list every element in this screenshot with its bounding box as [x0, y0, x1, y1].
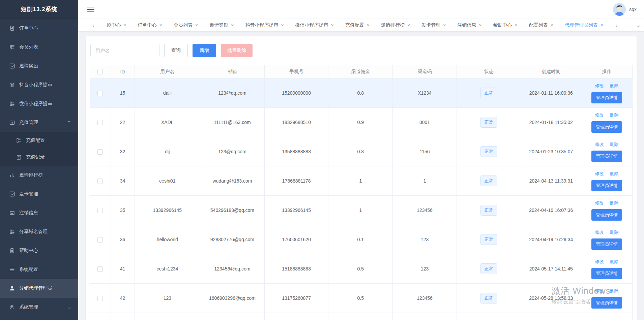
- delete-link[interactable]: 删除: [610, 200, 618, 205]
- sidebar-item[interactable]: 充值管理⌃: [0, 113, 78, 132]
- sidebar-item[interactable]: 微信小程序提审: [0, 94, 78, 113]
- channel-code-cell: 1: [393, 166, 457, 196]
- sidebar-item[interactable]: 订单中心: [0, 19, 78, 38]
- edit-link[interactable]: 修改: [595, 288, 604, 293]
- delete-link[interactable]: 删除: [610, 142, 618, 147]
- tab[interactable]: 代理管理员列表×: [565, 22, 603, 28]
- tab[interactable]: 会员列表×: [174, 22, 198, 28]
- edit-link[interactable]: 修改: [595, 171, 604, 176]
- tab-close-icon[interactable]: ×: [601, 23, 603, 28]
- hamburger-menu-icon[interactable]: [87, 7, 94, 12]
- id-cell: 32: [111, 137, 135, 166]
- tabs-scroll-right-icon[interactable]: ›: [615, 23, 619, 28]
- admin-detail-button[interactable]: 管理员详情: [591, 121, 622, 133]
- tab[interactable]: 剧中心×: [107, 22, 126, 28]
- edit-link[interactable]: 修改: [595, 230, 604, 235]
- delete-link[interactable]: 删除: [610, 171, 618, 176]
- admin-detail-button[interactable]: 管理员详情: [591, 268, 622, 279]
- avatar-person-icon: [613, 3, 626, 16]
- tab-close-icon[interactable]: ×: [515, 23, 518, 28]
- tabs-scroll-left-icon[interactable]: ‹: [91, 23, 95, 28]
- tab-close-icon[interactable]: ×: [159, 23, 162, 28]
- commission-cell: 0.5: [328, 284, 393, 313]
- tab[interactable]: 抖音小程序提审×: [245, 22, 284, 28]
- sidebar-item[interactable]: 充值记录: [0, 149, 78, 166]
- row-checkbox[interactable]: [97, 266, 103, 272]
- edit-link[interactable]: 修改: [595, 83, 604, 88]
- row-checkbox[interactable]: [97, 91, 103, 96]
- sidebar-item[interactable]: 系统配置: [0, 260, 78, 279]
- admin-detail-button[interactable]: 管理员详情: [591, 297, 622, 309]
- tab-close-icon[interactable]: ×: [407, 23, 410, 28]
- channel-code-cell: 123456: [393, 196, 457, 225]
- table-cell: [90, 313, 111, 320]
- row-checkbox[interactable]: [97, 296, 103, 301]
- sidebar-item[interactable]: 邀请排行榜: [0, 166, 78, 185]
- tab[interactable]: 配置列表×: [529, 22, 553, 28]
- tab[interactable]: 订单中心×: [138, 22, 162, 28]
- delete-link[interactable]: 删除: [610, 230, 618, 235]
- row-checkbox[interactable]: [97, 120, 103, 125]
- admin-detail-button[interactable]: 管理员详情: [591, 92, 622, 103]
- tab-list-dropdown-button[interactable]: ⌄: [632, 19, 644, 31]
- username-search-input[interactable]: [90, 44, 159, 57]
- admin-detail-button[interactable]: 管理员详情: [591, 151, 622, 162]
- actions-cell: 修改删除管理员详情: [581, 196, 632, 225]
- tab[interactable]: 发卡管理×: [421, 22, 446, 28]
- sidebar-item[interactable]: 注销信息: [0, 203, 78, 222]
- edit-link[interactable]: 修改: [595, 142, 604, 147]
- tab-close-icon[interactable]: ×: [331, 23, 334, 28]
- tab[interactable]: 微信小程序提审×: [295, 22, 334, 28]
- sidebar-item[interactable]: 发卡管理: [0, 185, 78, 203]
- delete-link[interactable]: 删除: [610, 288, 618, 293]
- row-checkbox[interactable]: [97, 208, 103, 213]
- table-cell: [457, 313, 521, 320]
- tab-close-icon[interactable]: ×: [551, 23, 553, 28]
- sidebar-item[interactable]: 分享域名管理: [0, 222, 78, 241]
- id-cell: 41: [111, 254, 135, 284]
- row-checkbox[interactable]: [97, 237, 103, 243]
- tab-close-icon[interactable]: ×: [443, 23, 446, 28]
- tab-close-icon[interactable]: ×: [231, 23, 234, 28]
- delete-link[interactable]: 删除: [610, 113, 618, 118]
- delete-link[interactable]: 删除: [610, 259, 618, 264]
- username-cell: djj: [135, 137, 200, 166]
- sidebar-item[interactable]: 抖音小程序提审: [0, 75, 78, 94]
- admin-detail-button[interactable]: 管理员详情: [591, 209, 622, 221]
- search-button[interactable]: 查询: [164, 44, 188, 57]
- delete-link[interactable]: 删除: [610, 83, 618, 88]
- sidebar-item[interactable]: 帮助中心: [0, 241, 78, 260]
- tab-close-icon[interactable]: ×: [281, 23, 284, 28]
- add-button[interactable]: 新增: [193, 44, 216, 57]
- tab[interactable]: 邀请排行榜×: [381, 22, 410, 28]
- sidebar-item[interactable]: 系统管理⌄: [0, 298, 78, 317]
- tab[interactable]: 邀请奖励×: [209, 22, 234, 28]
- select-all-checkbox[interactable]: [97, 69, 103, 74]
- tab-close-icon[interactable]: ×: [367, 23, 370, 28]
- tab[interactable]: 注销信息×: [457, 22, 481, 28]
- sidebar-item[interactable]: 充值配置: [0, 132, 78, 149]
- tab-close-icon[interactable]: ×: [479, 23, 481, 28]
- tab[interactable]: 帮助中心×: [493, 22, 518, 28]
- sidebar-item-label: 帮助中心: [19, 248, 38, 254]
- batch-delete-button[interactable]: 批量删除: [221, 44, 253, 57]
- tab[interactable]: 充值配置×: [345, 22, 370, 28]
- admin-detail-button[interactable]: 管理员详情: [591, 180, 622, 191]
- sidebar-item[interactable]: 邀请奖励: [0, 57, 78, 75]
- avatar[interactable]: [613, 3, 626, 16]
- sidebar-item[interactable]: 会员列表: [0, 38, 78, 57]
- tab-close-icon[interactable]: ×: [124, 23, 126, 28]
- column-header: 操作: [581, 65, 632, 78]
- tab-close-icon[interactable]: ×: [195, 23, 198, 28]
- sidebar-item[interactable]: 分销代理管理员: [0, 279, 78, 298]
- status-cell: 正常: [457, 225, 521, 254]
- edit-link[interactable]: 修改: [595, 259, 604, 264]
- admin-detail-button[interactable]: 管理员详情: [591, 238, 622, 250]
- row-checkbox[interactable]: [97, 179, 103, 184]
- edit-link[interactable]: 修改: [595, 200, 604, 205]
- row-checkbox[interactable]: [97, 149, 103, 155]
- grid-list-icon: [9, 44, 15, 50]
- user-icon: [9, 285, 15, 291]
- edit-link[interactable]: 修改: [595, 113, 604, 118]
- user-box[interactable]: sqx: [613, 3, 637, 16]
